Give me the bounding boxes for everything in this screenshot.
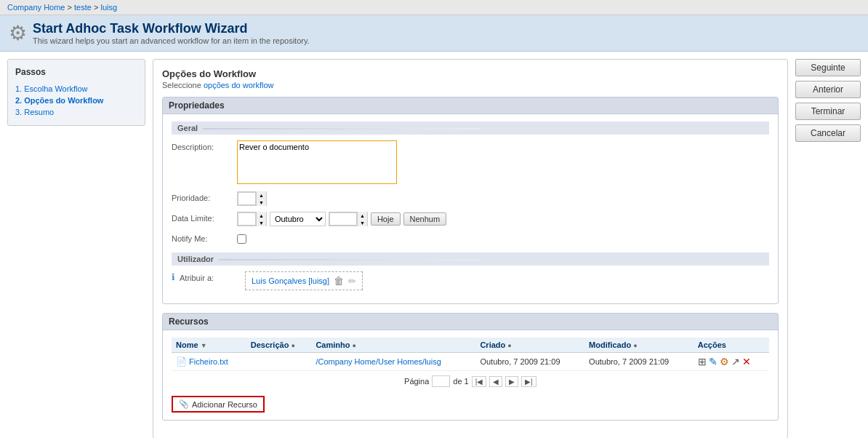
year-spinbox[interactable]: 2009 ▲ ▼ <box>329 212 368 226</box>
page-label: Página <box>404 377 429 386</box>
spinbox-up[interactable]: ▲ <box>257 191 266 199</box>
col-nome: Nome ▼ <box>172 338 246 353</box>
page-subtitle: This wizard helps you start an advanced … <box>33 36 310 45</box>
main-layout: Passos 1. Escolha Workflow 2. Opções do … <box>0 52 868 438</box>
recursos-header: Recursos <box>163 314 778 330</box>
created-cell: Outubro, 7 2009 21:09 <box>475 353 584 371</box>
utilizador-header: Utilizador <box>172 252 769 266</box>
user-link[interactable]: Luis Gonçalves [luisg] <box>252 276 329 285</box>
workflow-options-link[interactable]: opções do workflow <box>204 81 274 89</box>
criado-col-icon: ● <box>507 342 511 349</box>
prioridade-input[interactable]: 2 <box>238 192 256 205</box>
col-criado: Criado ● <box>475 338 584 353</box>
spinbox-down[interactable]: ▼ <box>257 199 266 206</box>
geral-header: Geral <box>172 122 769 135</box>
properties-header: Propriedades <box>163 97 778 114</box>
notify-checkbox[interactable] <box>237 234 246 244</box>
path-cell: /Company Home/User Homes/luisg <box>311 353 475 371</box>
pagination-row: Página 1 de 1 |◀ ◀ ▶ ▶| <box>172 375 769 387</box>
data-limite-control: 8 ▲ ▼ Janeiro Fevereiro Março Abril Maio <box>237 212 446 226</box>
table-row: 📄 Ficheiro.txt /Company Home/User Homes/… <box>172 353 769 371</box>
resources-table: Nome ▼ Descrição ● Caminho ● <box>172 338 769 371</box>
edit-action-icon[interactable]: ✎ <box>709 356 718 367</box>
sort-icon: ▼ <box>201 342 207 349</box>
sidebar-item-2[interactable]: 2. Opções do Workflow <box>15 95 137 106</box>
sidebar-heading: Passos <box>15 67 137 77</box>
month-select[interactable]: Janeiro Fevereiro Março Abril Maio Junho… <box>270 212 326 226</box>
day-spinbox-arrows: ▲ ▼ <box>256 212 266 226</box>
day-spinbox[interactable]: 8 ▲ ▼ <box>237 212 267 226</box>
day-up[interactable]: ▲ <box>257 212 266 219</box>
sidebar-link-1[interactable]: 1. Escolha Workflow <box>15 84 87 93</box>
description-label: Description: <box>172 140 237 151</box>
delete-action-icon[interactable]: ✕ <box>742 356 751 367</box>
file-icon: 📄 <box>176 357 187 367</box>
page-title: Start Adhoc Task Workflow Wizard <box>33 21 310 36</box>
add-resource-button[interactable]: 📎 Adicionar Recurso <box>172 396 265 413</box>
edit-user-icon[interactable]: ✏ <box>348 276 356 287</box>
properties-body: Geral Description: Rever o documento Pri… <box>163 114 778 303</box>
info-icon: ℹ <box>172 272 175 282</box>
page-next[interactable]: ▶ <box>505 376 518 387</box>
cancelar-button[interactable]: Cancelar <box>795 124 861 142</box>
day-down[interactable]: ▼ <box>257 219 266 226</box>
page-prev[interactable]: ◀ <box>489 376 502 387</box>
spinbox-arrows: ▲ ▼ <box>256 191 266 206</box>
path-link[interactable]: /Company Home/User Homes/luisg <box>316 357 441 366</box>
year-up[interactable]: ▲ <box>358 212 367 219</box>
page-header: ⚙ Start Adhoc Task Workflow Wizard This … <box>0 15 868 52</box>
breadcrumb-luisg[interactable]: luisg <box>100 3 117 12</box>
prioridade-control: 2 ▲ ▼ <box>237 191 267 206</box>
col-accoes: Acções <box>694 338 769 353</box>
page-first[interactable]: |◀ <box>472 376 487 387</box>
view-action-icon[interactable]: ⊞ <box>698 356 707 367</box>
content-subtitle: Seleccione opções do workflow <box>162 81 779 89</box>
notify-row: Notify Me: <box>172 232 769 245</box>
seguinte-button[interactable]: Seguinte <box>795 59 861 76</box>
year-spinbox-arrows: ▲ ▼ <box>357 212 367 226</box>
data-limite-label: Data Limite: <box>172 212 237 223</box>
sidebar-link-2[interactable]: 2. Opções do Workflow <box>15 96 103 105</box>
year-down[interactable]: ▼ <box>358 219 367 226</box>
description-row: Description: Rever o documento <box>172 140 769 186</box>
prioridade-spinbox[interactable]: 2 ▲ ▼ <box>237 191 267 206</box>
description-input[interactable]: Rever o documento <box>237 140 397 184</box>
none-button[interactable]: Nenhum <box>403 212 447 226</box>
col-caminho: Caminho ● <box>311 338 475 353</box>
atribuir-control: Luis Gonçalves [luisg] 🗑 ✏ <box>245 271 363 290</box>
properties-section: Propriedades Geral Description: Rever o … <box>162 97 779 304</box>
add-resource-container: 📎 Adicionar Recurso <box>172 391 769 413</box>
breadcrumb-teste[interactable]: teste <box>74 3 92 12</box>
year-input[interactable]: 2009 <box>329 212 357 226</box>
prioridade-label: Prioridade: <box>172 191 237 202</box>
breadcrumb-company-home[interactable]: Company Home <box>7 3 65 12</box>
page-last[interactable]: ▶| <box>521 376 537 387</box>
add-resource-label: Adicionar Recurso <box>192 400 257 409</box>
gear-icon: ⚙ <box>9 21 27 45</box>
share-action-icon[interactable]: ↗ <box>731 356 740 367</box>
caminho-col-icon: ● <box>353 342 356 349</box>
delete-user-icon[interactable]: 🗑 <box>334 275 344 287</box>
col-modificado: Modificado ● <box>584 338 694 353</box>
modificado-col-icon: ● <box>633 342 637 349</box>
sidebar-item-3[interactable]: 3. Resumo <box>15 106 137 118</box>
terminar-button[interactable]: Terminar <box>795 103 861 120</box>
modified-cell: Outubro, 7 2009 21:09 <box>584 353 694 371</box>
anterior-button[interactable]: Anterior <box>795 81 861 98</box>
content-area: Opções do Workflow Seleccione opções do … <box>153 59 788 438</box>
content-title: Opções do Workflow <box>162 68 779 79</box>
file-link[interactable]: Ficheiro.txt <box>189 357 228 366</box>
sidebar-item-1[interactable]: 1. Escolha Workflow <box>15 83 137 95</box>
day-input[interactable]: 8 <box>238 212 256 226</box>
page-of: de 1 <box>453 377 468 386</box>
user-item: Luis Gonçalves [luisg] 🗑 ✏ <box>245 271 363 290</box>
atribuir-label: Atribuir a: <box>180 271 245 282</box>
file-name-cell: 📄 Ficheiro.txt <box>172 353 246 371</box>
desc-col-icon: ● <box>291 342 294 349</box>
col-descricao: Descrição ● <box>246 338 312 353</box>
today-button[interactable]: Hoje <box>371 212 401 226</box>
workflow-action-icon[interactable]: ⚙ <box>720 356 729 367</box>
prioridade-row: Prioridade: 2 ▲ ▼ <box>172 191 769 206</box>
sidebar-link-3[interactable]: 3. Resumo <box>15 108 54 116</box>
page-input[interactable]: 1 <box>432 375 450 387</box>
